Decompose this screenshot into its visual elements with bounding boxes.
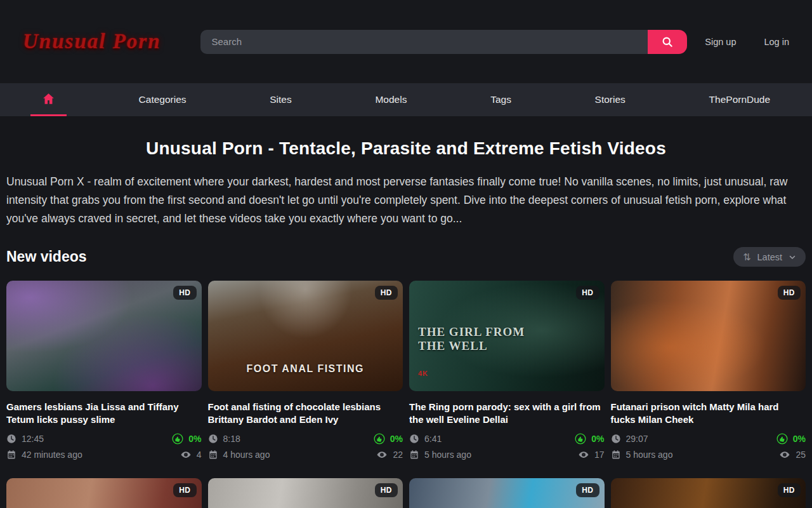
video-views: 17 [594,450,605,460]
hd-badge: HD [375,483,398,497]
video-meta: 8:18 0% [208,433,403,460]
clock-icon [208,434,218,444]
video-age: 5 hours ago [424,450,471,460]
video-card[interactable]: HD Futanari prison witch Matty Mila hard… [611,281,806,460]
thumbs-up-icon [374,433,385,444]
main-nav: CategoriesSitesModelsTagsStoriesThePornD… [0,83,812,116]
video-views: 25 [796,450,806,460]
nav-item-models[interactable]: Models [363,83,418,116]
search-input[interactable] [200,30,648,54]
video-thumbnail[interactable]: HD [409,478,605,508]
clock-icon [409,434,419,444]
nav-item-sites[interactable]: Sites [258,83,303,116]
video-duration: 8:18 [223,434,240,444]
video-rating: 0% [188,434,201,444]
page-title: Unusual Porn - Tentacle, Parasite and Ex… [6,138,806,159]
thumb-overlay-title: FOOT ANAL FISTING [208,363,403,375]
video-thumbnail[interactable]: HD [6,478,202,508]
hd-badge: HD [778,483,801,497]
calendar-icon [409,450,419,460]
nav-item-stories[interactable]: Stories [584,83,637,116]
video-card[interactable]: HD [409,478,605,508]
video-title[interactable]: The Ring porn parody: sex with a girl fr… [409,401,605,426]
thumbs-up-icon [172,433,183,444]
eye-icon [376,449,388,460]
video-duration: 12:45 [22,434,44,444]
hd-badge: HD [375,286,398,300]
sort-dropdown[interactable]: ⇅ Latest [733,247,806,267]
sort-dropdown-label: Latest [757,252,783,262]
calendar-icon [6,450,16,460]
video-meta: 29:07 0% [611,433,806,460]
sort-arrows-icon: ⇅ [743,251,751,263]
nav-item-home[interactable] [30,83,67,116]
eye-icon [180,449,192,460]
video-thumbnail[interactable]: HD [611,281,806,391]
site-header: Unusual Porn Sign up Log in [0,0,812,83]
nav-item-tags[interactable]: Tags [479,83,523,116]
video-rating: 0% [793,434,806,444]
video-card[interactable]: THE GIRL FROM THE WELL 4K HD The Ring po… [409,281,605,460]
video-card[interactable]: FOOT ANAL FISTING HD Foot anal fisting o… [208,281,403,460]
video-meta: 6:41 0% [409,433,605,460]
video-rating: 0% [591,434,604,444]
video-card[interactable]: HD [611,478,806,508]
section-header: New videos ⇅ Latest [6,247,806,267]
video-grid-row-2: HD [0,478,812,508]
hd-badge: HD [778,286,801,300]
video-thumbnail[interactable]: THE GIRL FROM THE WELL 4K HD [409,281,605,391]
video-views: 4 [197,450,202,460]
thumb-overlay-title: THE GIRL FROM THE WELL [418,325,525,353]
nav-item-theporndude[interactable]: ThePornDude [698,83,782,116]
login-link[interactable]: Log in [764,37,789,47]
home-icon [42,92,55,105]
hd-badge: HD [173,483,196,497]
video-card[interactable]: HD [6,478,202,508]
nav-item-categories[interactable]: Categories [128,83,198,116]
section-heading: New videos [6,248,87,265]
chevron-down-icon [789,253,796,261]
calendar-icon [611,450,621,460]
signup-link[interactable]: Sign up [705,37,736,47]
video-grid-row-1: HD Gamers lesbians Jia Lissa and Tiffany… [0,281,812,460]
hd-badge: HD [173,286,196,300]
search-icon [661,36,674,48]
search-bar [200,30,688,54]
hd-badge: HD [576,483,599,497]
eye-icon [779,449,790,460]
video-age: 4 hours ago [223,450,270,460]
video-thumbnail[interactable]: HD [208,478,403,508]
page-description: Unusual Porn X - realm of excitement whe… [6,173,806,228]
thumbs-up-icon [776,433,788,444]
video-views: 22 [393,450,403,460]
video-meta: 12:45 0% [6,433,202,460]
video-age: 42 minutes ago [22,450,82,460]
video-age: 5 hours ago [626,450,673,460]
eye-icon [578,449,589,460]
video-thumbnail[interactable]: HD [611,478,806,508]
video-card[interactable]: HD [208,478,403,508]
auth-links: Sign up Log in [705,37,789,47]
thumb-overlay-subtext: 4K [418,370,428,377]
video-title[interactable]: Gamers lesbians Jia Lissa and Tiffany Te… [6,401,202,426]
video-card[interactable]: HD Gamers lesbians Jia Lissa and Tiffany… [6,281,202,460]
video-title[interactable]: Futanari prison witch Matty Mila hard fu… [611,401,806,426]
video-rating: 0% [390,434,403,444]
clock-icon [6,434,16,444]
clock-icon [611,434,621,444]
video-duration: 6:41 [424,434,442,444]
calendar-icon [208,450,218,460]
video-thumbnail[interactable]: FOOT ANAL FISTING HD [208,281,403,391]
video-title[interactable]: Foot anal fisting of chocolate lesbians … [208,401,403,426]
video-duration: 29:07 [626,434,648,444]
hd-badge: HD [576,286,599,300]
video-thumbnail[interactable]: HD [6,281,202,391]
search-button[interactable] [648,30,687,54]
site-logo[interactable]: Unusual Porn [23,30,161,53]
thumbs-up-icon [575,433,586,444]
